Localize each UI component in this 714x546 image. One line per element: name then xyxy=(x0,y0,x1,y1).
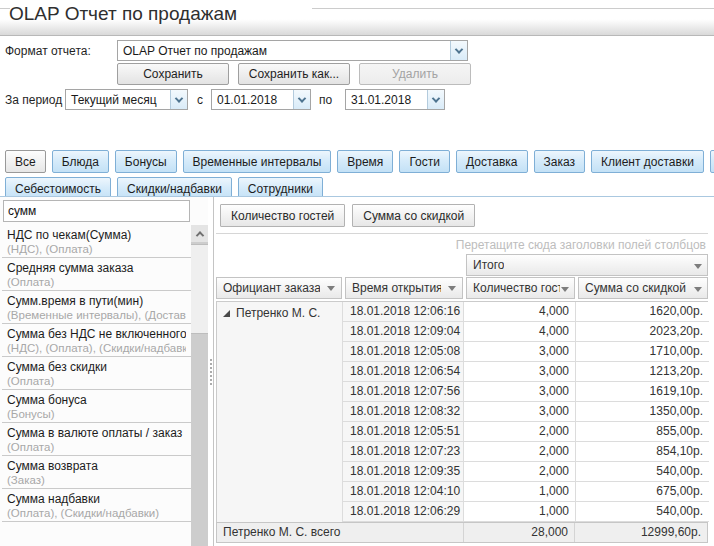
field-list-item[interactable]: Средняя сумма заказа(Оплата) xyxy=(2,258,191,291)
grip-dots-icon xyxy=(210,359,212,361)
field-list-item[interactable]: Сумма бонуса(Бонусы) xyxy=(2,390,191,423)
field-title: Сумма надбавки xyxy=(7,492,186,506)
period-preset-select[interactable]: Текущий месяц xyxy=(65,89,188,110)
cell-open-time[interactable]: 18.01.2018 12:04:10 xyxy=(343,482,464,502)
grip-dots-icon xyxy=(210,363,212,365)
cell-guest-count[interactable]: 2,000 xyxy=(464,442,576,462)
filter-triangle-icon[interactable] xyxy=(561,287,569,292)
field-list-item[interactable]: Сумма возврата(Заказ) xyxy=(2,456,191,489)
data-field-chips: Количество гостей Сумма со скидкой xyxy=(220,204,475,227)
filter-triangle-icon[interactable] xyxy=(327,286,335,291)
cell-discount-sum[interactable]: 855,00р. xyxy=(576,422,709,442)
cell-guest-count[interactable]: 1,000 xyxy=(464,482,576,502)
group-row-header[interactable]: Петренко М. С. xyxy=(217,302,343,522)
filter-tab[interactable]: Все xyxy=(5,150,46,173)
delete-button[interactable]: Удалить xyxy=(359,63,471,85)
cell-discount-sum[interactable]: 1620,00р. xyxy=(576,302,709,322)
filter-tab[interactable]: Временные интервалы xyxy=(183,150,332,173)
filter-tab[interactable]: Заказ xyxy=(534,150,585,173)
sidebar-scrollbar[interactable] xyxy=(191,225,208,546)
field-list-item[interactable]: НДС по чекам(Сумма)(НДС), (Оплата) xyxy=(2,225,191,258)
chip-discount-sum[interactable]: Сумма со скидкой xyxy=(352,204,475,227)
cell-guest-count[interactable]: 4,000 xyxy=(464,322,576,342)
cell-discount-sum[interactable]: 854,10р. xyxy=(576,442,709,462)
cell-open-time[interactable]: 18.01.2018 12:06:54 xyxy=(343,362,464,382)
period-label: За период xyxy=(5,93,62,107)
period-preset-value: Текущий месяц xyxy=(66,93,170,107)
filter-triangle-icon[interactable] xyxy=(694,287,702,292)
chevron-down-icon[interactable] xyxy=(170,90,187,109)
filter-tab[interactable]: Клиент доставки xyxy=(591,150,704,173)
cell-open-time[interactable]: 18.01.2018 12:07:23 xyxy=(343,442,464,462)
filter-row-1: ВсеБлюдаБонусыВременные интервалыВремяГо… xyxy=(5,150,714,175)
cell-open-time[interactable]: 18.01.2018 12:07:56 xyxy=(343,382,464,402)
filter-tab[interactable]: Время xyxy=(337,150,393,173)
cell-guest-count[interactable]: 3,000 xyxy=(464,362,576,382)
cell-discount-sum[interactable]: 1350,00р. xyxy=(576,402,709,422)
cell-open-time[interactable]: 18.01.2018 12:06:29 xyxy=(343,502,464,522)
filter-tab[interactable]: Блюда xyxy=(52,150,109,173)
row-header-open-time[interactable]: Время открытия xyxy=(345,277,463,299)
cell-open-time[interactable]: 18.01.2018 12:08:32 xyxy=(343,402,464,422)
cell-discount-sum[interactable]: 675,00р. xyxy=(576,482,709,502)
save-button[interactable]: Сохранить xyxy=(117,63,229,85)
field-list-item[interactable]: Сумма надбавки(Оплата), (Скидки/надбавки… xyxy=(2,489,191,522)
cell-discount-sum[interactable]: 1710,00р. xyxy=(576,342,709,362)
scrollbar-thumb[interactable] xyxy=(191,244,208,334)
row-header-waiter[interactable]: Официант заказа xyxy=(216,277,342,299)
window-header: OLAP Отчет по продажам xyxy=(0,0,714,36)
cell-open-time[interactable]: 18.01.2018 12:09:35 xyxy=(343,462,464,482)
cell-guest-count[interactable]: 3,000 xyxy=(464,402,576,422)
filter-tab[interactable]: Бонусы xyxy=(115,150,177,173)
cell-discount-sum[interactable]: 1619,10р. xyxy=(576,382,709,402)
cell-guest-count[interactable]: 2,000 xyxy=(464,462,576,482)
filter-tab[interactable]: Доставка xyxy=(456,150,528,173)
date-to-field[interactable]: 31.01.2018 xyxy=(345,89,445,110)
cell-open-time[interactable]: 18.01.2018 12:09:04 xyxy=(343,322,464,342)
field-title: Сумма возврата xyxy=(7,459,186,473)
chevron-down-icon[interactable] xyxy=(427,90,444,109)
cell-guest-count[interactable]: 4,000 xyxy=(464,302,576,322)
field-title: Сумма без скидки xyxy=(7,360,186,374)
field-list-item[interactable]: Сумм.время в пути(мин)(Временные интерва… xyxy=(2,291,191,324)
chip-guest-count[interactable]: Количество гостей xyxy=(220,204,345,227)
cell-guest-count[interactable]: 3,000 xyxy=(464,382,576,402)
field-title: Сумма в валюте оплаты / заказ xyxy=(7,426,186,440)
field-subtitle: (Оплата) xyxy=(7,275,186,288)
chevron-down-icon[interactable] xyxy=(293,90,310,109)
cell-discount-sum[interactable]: 2023,20р. xyxy=(576,322,709,342)
total-guests: 28,000 xyxy=(464,523,575,542)
cell-open-time[interactable]: 18.01.2018 12:05:51 xyxy=(343,422,464,442)
filter-triangle-icon[interactable] xyxy=(448,286,456,291)
pivot-grid: Петренко М. С.18.01.2018 12:06:164,00016… xyxy=(216,301,708,523)
chevron-down-icon[interactable] xyxy=(450,41,467,60)
cell-open-time[interactable]: 18.01.2018 12:05:08 xyxy=(343,342,464,362)
field-list-item[interactable]: Сумма в валюте оплаты / заказ(Оплата) xyxy=(2,423,191,456)
cell-guest-count[interactable]: 1,000 xyxy=(464,502,576,522)
field-title: Средняя сумма заказа xyxy=(7,261,186,275)
grip-dots-icon xyxy=(210,379,212,381)
filter-tab[interactable]: Корпорация xyxy=(710,150,714,173)
filter-tab[interactable]: Гости xyxy=(399,150,450,173)
cell-guest-count[interactable]: 3,000 xyxy=(464,342,576,362)
cell-open-time[interactable]: 18.01.2018 12:06:16 xyxy=(343,302,464,322)
cell-discount-sum[interactable]: 1213,20р. xyxy=(576,362,709,382)
date-from-field[interactable]: 01.01.2018 xyxy=(211,89,311,110)
column-drop-zone[interactable]: Перетащите сюда заголовки полей столбцов xyxy=(216,233,708,254)
report-format-select[interactable]: OLAP Отчет по продажам xyxy=(117,40,468,61)
grip-dots-icon xyxy=(210,375,212,377)
cell-discount-sum[interactable]: 540,00р. xyxy=(576,462,709,482)
scroll-up-icon[interactable] xyxy=(191,225,208,242)
column-header-guest-count[interactable]: Количество гостей xyxy=(466,277,575,299)
cell-guest-count[interactable]: 2,000 xyxy=(464,422,576,442)
field-list-item[interactable]: Сумма без НДС не включенного в с(НДС), (… xyxy=(2,324,191,357)
group-expanded-icon[interactable] xyxy=(223,310,230,317)
save-as-button[interactable]: Сохранить как... xyxy=(238,63,350,85)
total-sum: 12999,60р. xyxy=(575,523,707,542)
cell-discount-sum[interactable]: 540,00р. xyxy=(576,502,709,522)
dropdown-triangle-icon[interactable] xyxy=(694,264,702,269)
column-group-header-itogo[interactable]: Итого xyxy=(466,254,708,276)
field-search-input[interactable] xyxy=(3,200,190,222)
column-header-discount-sum[interactable]: Сумма со скидкой xyxy=(578,277,708,299)
field-list-item[interactable]: Сумма без скидки(Оплата) xyxy=(2,357,191,390)
